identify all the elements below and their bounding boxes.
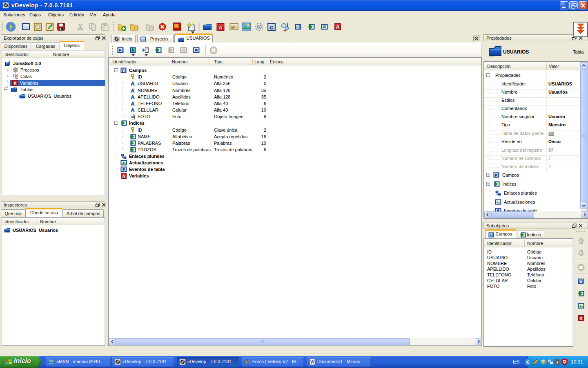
svg-text:A: A	[218, 25, 223, 31]
svg-text:C: C	[270, 25, 274, 31]
svg-text:a: a	[557, 360, 559, 364]
svg-text:W: W	[310, 360, 314, 364]
